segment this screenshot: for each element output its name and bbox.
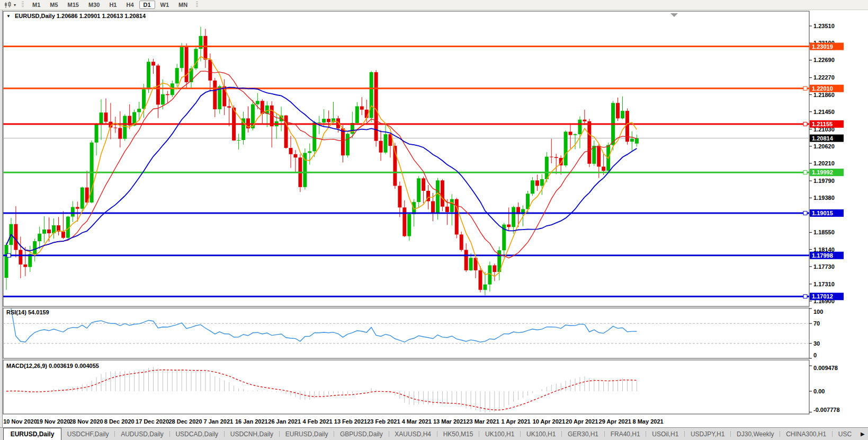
chart-tab-uk100-h1[interactable]: UK100,H1 xyxy=(521,428,561,440)
svg-text:13 Mar 2021: 13 Mar 2021 xyxy=(433,418,466,425)
svg-text:0: 0 xyxy=(813,352,817,358)
svg-text:30: 30 xyxy=(813,340,820,347)
svg-text:1.21155: 1.21155 xyxy=(812,121,833,127)
svg-text:1.20210: 1.20210 xyxy=(813,160,835,166)
svg-text:1.20620: 1.20620 xyxy=(813,143,835,149)
hline-price-label: 1.17012 xyxy=(810,293,844,300)
chart-title: ▼ EURUSD,Daily 1.20686 1.20901 1.20613 1… xyxy=(6,13,146,19)
svg-text:10 Apr 2021: 10 Apr 2021 xyxy=(533,418,565,425)
svg-text:100: 100 xyxy=(813,309,823,315)
chart-tab-audusd-daily[interactable]: AUDUSD,Daily xyxy=(115,428,169,440)
chart-tabbar: EURUSD,DailyUSDCHF,DailyAUDUSD,DailyUSDC… xyxy=(0,427,868,440)
chart-tab-eurusd-daily[interactable]: EURUSD,Daily xyxy=(3,428,61,440)
svg-text:8 May 2021: 8 May 2021 xyxy=(633,418,664,425)
candlestick-chart-icon xyxy=(4,2,12,8)
svg-text:16 Jan 2021: 16 Jan 2021 xyxy=(235,418,268,425)
timeframe-button-M1[interactable]: M1 xyxy=(28,1,44,9)
svg-text:70: 70 xyxy=(813,320,820,327)
timeframe-button-W1[interactable]: W1 xyxy=(156,1,174,9)
svg-text:1.19380: 1.19380 xyxy=(813,195,835,201)
chart-tab-china300-h1[interactable]: CHINA300,H1 xyxy=(780,428,832,440)
rsi-indicator-label: RSI(14) 54.0159 xyxy=(6,309,49,315)
svg-text:1.18550: 1.18550 xyxy=(813,229,835,235)
timeframe-button-M30[interactable]: M30 xyxy=(84,1,104,9)
svg-text:1.17730: 1.17730 xyxy=(813,263,835,270)
svg-text:20 Apr 2021: 20 Apr 2021 xyxy=(566,418,598,425)
hline-price-label: 1.19992 xyxy=(810,169,844,176)
svg-text:1.21860: 1.21860 xyxy=(813,92,835,98)
timeframe-button-H4[interactable]: H4 xyxy=(122,1,138,9)
svg-text:1.17310: 1.17310 xyxy=(813,281,835,287)
chart-tab-uk100-h1[interactable]: UK100,H1 xyxy=(479,428,520,440)
toolbar-separator xyxy=(196,2,198,8)
svg-text:-0.007778: -0.007778 xyxy=(813,407,840,413)
chart-tab-usc[interactable]: USC xyxy=(833,428,857,440)
hline-handle[interactable] xyxy=(803,86,807,90)
chart-type-button[interactable]: ▾ xyxy=(2,1,18,9)
chart-tab-usdjpy-h1[interactable]: USDJPY,H1 xyxy=(685,428,730,440)
chart-area[interactable]: 1.235101.231001.226901.222701.218601.214… xyxy=(0,0,868,427)
macd-indicator-label: MACD(12,26,9) 0.003619 0.004055 xyxy=(6,363,99,369)
rsi-name: RSI(14) xyxy=(6,309,26,315)
timeframe-button-M5[interactable]: M5 xyxy=(46,1,62,9)
chevron-down-icon: ▾ xyxy=(14,3,16,7)
chart-tab-hk50-m15[interactable]: HK50,M15 xyxy=(437,428,479,440)
svg-text:1.22010: 1.22010 xyxy=(812,85,833,92)
svg-text:26 Jan 2021: 26 Jan 2021 xyxy=(268,418,301,425)
timeframe-button-D1[interactable]: D1 xyxy=(139,1,155,9)
hline-handle[interactable] xyxy=(803,295,807,298)
svg-text:1 Apr 2021: 1 Apr 2021 xyxy=(501,418,530,425)
chart-tab-xauusd-h4[interactable]: XAUUSD,H4 xyxy=(389,428,437,440)
hline-price-label: 1.23019 xyxy=(810,43,844,50)
hline-handle[interactable] xyxy=(7,253,11,257)
toolbar: ▾ M1M5M15M30H1H4D1W1MN xyxy=(0,0,868,10)
svg-text:28 Nov 2020: 28 Nov 2020 xyxy=(69,418,103,425)
main-price-panel[interactable] xyxy=(3,11,809,306)
svg-text:0.009478: 0.009478 xyxy=(813,365,838,371)
svg-text:8 Dec 2020: 8 Dec 2020 xyxy=(104,418,135,425)
svg-text:1.22690: 1.22690 xyxy=(813,57,835,63)
svg-text:23 Feb 2021: 23 Feb 2021 xyxy=(367,418,400,425)
timeframe-button-group: M1M5M15M30H1H4D1W1MN xyxy=(28,1,192,9)
svg-text:1.21450: 1.21450 xyxy=(813,109,835,115)
timeframe-button-H1[interactable]: H1 xyxy=(105,1,121,9)
chart-tab-usdcnh-daily[interactable]: USDCNH,Daily xyxy=(225,428,279,440)
macd-values: 0.003619 0.004055 xyxy=(49,363,99,369)
collapse-chart-icon[interactable]: ▼ xyxy=(6,14,11,19)
chart-tab-eurusd-daily[interactable]: EURUSD,Daily xyxy=(280,428,334,440)
timeframe-button-M15[interactable]: M15 xyxy=(64,1,83,9)
macd-name: MACD(12,26,9) xyxy=(6,363,47,369)
chart-tab-fra40-h1[interactable]: FRA40,H1 xyxy=(605,428,646,440)
toolbar-separator xyxy=(22,2,24,8)
chart-tab-dj30-weekly[interactable]: DJ30,Weekly xyxy=(731,428,780,440)
tab-scroll-right-icon[interactable]: ▶ xyxy=(857,428,868,440)
chart-tab-usdcad-daily[interactable]: USDCAD,Daily xyxy=(170,428,224,440)
svg-text:1.19015: 1.19015 xyxy=(812,210,833,216)
hline-handle[interactable] xyxy=(803,122,807,126)
chart-ohlc-values: 1.20686 1.20901 1.20613 1.20814 xyxy=(57,13,146,19)
chart-symbol-label: EURUSD,Daily xyxy=(15,13,55,19)
svg-text:0.00: 0.00 xyxy=(813,388,825,394)
rsi-panel[interactable] xyxy=(3,308,809,358)
timeframe-button-MN[interactable]: MN xyxy=(174,1,192,9)
hline-price-label: 1.22010 xyxy=(810,85,844,92)
rsi-value: 54.0159 xyxy=(28,309,49,315)
macd-panel[interactable] xyxy=(3,360,809,414)
svg-text:1.17012: 1.17012 xyxy=(812,293,833,300)
chart-tab-ger30-h1[interactable]: GER30,H1 xyxy=(562,428,604,440)
svg-text:1.23019: 1.23019 xyxy=(812,43,833,50)
svg-text:28 Dec 2020: 28 Dec 2020 xyxy=(169,418,202,425)
current-price-label: 1.20814 xyxy=(810,135,844,142)
hline-price-label: 1.17998 xyxy=(810,252,844,259)
chart-tab-usdchf-daily[interactable]: USDCHF,Daily xyxy=(61,428,114,440)
svg-text:17 Dec 2020: 17 Dec 2020 xyxy=(136,418,169,425)
hline-price-label: 1.21155 xyxy=(810,120,844,128)
svg-text:4 Feb 2021: 4 Feb 2021 xyxy=(302,418,332,425)
chart-tab-usoil-h1[interactable]: USOil,H1 xyxy=(646,428,684,440)
hline-handle[interactable] xyxy=(803,211,807,215)
svg-text:1.22270: 1.22270 xyxy=(813,74,835,81)
svg-text:29 Apr 2021: 29 Apr 2021 xyxy=(599,418,631,425)
chart-tab-gbpusd-daily[interactable]: GBPUSD,Daily xyxy=(334,428,388,440)
hline-handle[interactable] xyxy=(803,171,807,174)
hline-price-label: 1.19015 xyxy=(810,209,844,217)
